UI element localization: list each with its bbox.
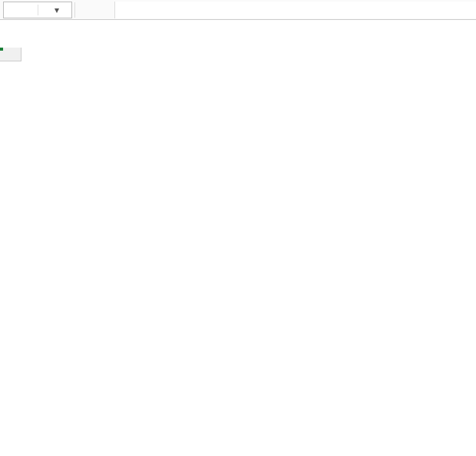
formula-bar: ▾	[0, 0, 476, 20]
select-all-corner[interactable]	[0, 48, 21, 61]
chevron-down-icon[interactable]: ▾	[38, 5, 72, 15]
separator	[74, 2, 75, 18]
gap	[0, 20, 476, 34]
formula-input[interactable]	[114, 2, 476, 18]
name-box[interactable]: ▾	[3, 2, 72, 18]
